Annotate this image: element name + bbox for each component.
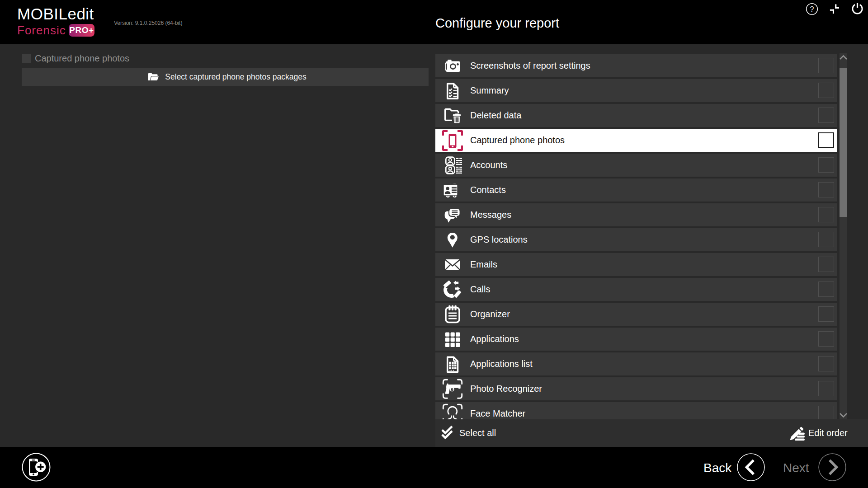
svg-text:?: ? bbox=[810, 5, 814, 13]
